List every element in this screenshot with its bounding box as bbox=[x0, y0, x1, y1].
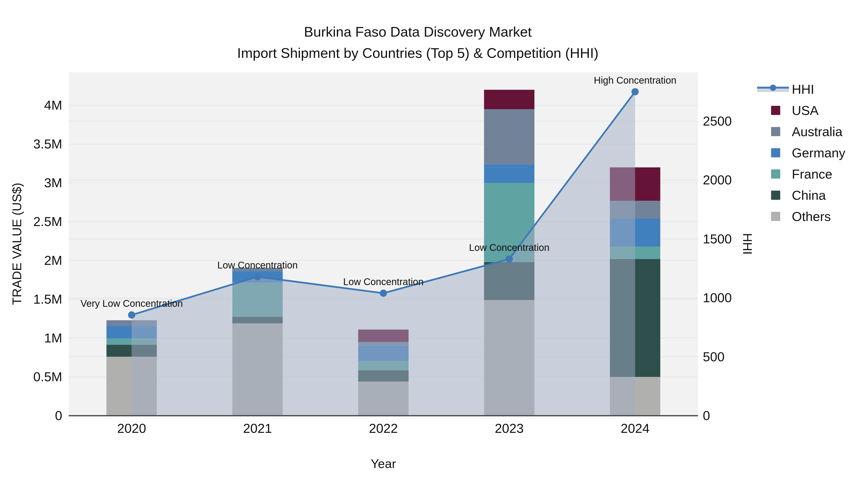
left-tick-3.5M: 3.5M bbox=[33, 137, 62, 151]
legend-item-germany[interactable]: Germany bbox=[771, 145, 845, 160]
figure: Very Low ConcentrationLow ConcentrationL… bbox=[0, 0, 868, 488]
legend-label-hhi: HHI bbox=[792, 82, 814, 96]
legend-swatch-germany bbox=[771, 148, 780, 157]
legend-label-australia: Australia bbox=[792, 124, 843, 139]
x-axis-title: Year bbox=[371, 457, 396, 470]
legend-label-china: China bbox=[792, 188, 826, 202]
left-tick-0: 0 bbox=[55, 408, 62, 423]
bar-segment-2023-germany[interactable] bbox=[484, 164, 534, 183]
legend-item-hhi[interactable]: HHI bbox=[757, 82, 814, 96]
legend-label-germany: Germany bbox=[792, 145, 845, 160]
legend-swatch-australia bbox=[771, 127, 780, 136]
right-tick-2500: 2500 bbox=[703, 114, 732, 128]
x-tick-2020: 2020 bbox=[117, 421, 146, 435]
legend-swatch-usa bbox=[771, 106, 780, 115]
legend-item-usa[interactable]: USA bbox=[771, 103, 818, 118]
annotation-2022: Low Concentration bbox=[343, 276, 424, 287]
right-tick-2000: 2000 bbox=[703, 172, 732, 187]
legend-item-france[interactable]: France bbox=[771, 167, 832, 181]
right-tick-1500: 1500 bbox=[703, 232, 732, 246]
legend-label-france: France bbox=[792, 167, 832, 181]
hhi-marker-2023[interactable] bbox=[506, 255, 513, 263]
legend-hhi-marker-icon bbox=[770, 85, 776, 91]
legend-label-others: Others bbox=[792, 209, 831, 224]
x-tick-2021: 2021 bbox=[243, 421, 272, 435]
right-tick-0: 0 bbox=[703, 408, 710, 423]
right-tick-1000: 1000 bbox=[703, 290, 732, 305]
legend-label-usa: USA bbox=[792, 103, 818, 118]
left-tick-1M: 1M bbox=[44, 331, 62, 345]
legend-swatch-china bbox=[771, 191, 780, 200]
left-tick-4M: 4M bbox=[44, 98, 62, 112]
hhi-marker-2021[interactable] bbox=[254, 273, 261, 280]
hhi-marker-2022[interactable] bbox=[380, 290, 387, 297]
x-tick-2023: 2023 bbox=[495, 421, 524, 435]
x-tick-2024: 2024 bbox=[621, 421, 650, 435]
left-axis-title: TRADE VALUE (US$) bbox=[10, 183, 24, 305]
legend-swatch-others bbox=[771, 212, 780, 221]
annotation-2021: Low Concentration bbox=[217, 260, 298, 270]
legend: HHIUSAAustraliaGermanyFranceChinaOthers bbox=[757, 82, 845, 224]
chart-canvas: Very Low ConcentrationLow ConcentrationL… bbox=[0, 0, 868, 488]
bar-segment-2023-usa[interactable] bbox=[484, 90, 534, 109]
annotation-2024: High Concentration bbox=[594, 75, 676, 86]
hhi-marker-2024[interactable] bbox=[631, 88, 639, 95]
left-tick-2.5M: 2.5M bbox=[33, 214, 62, 229]
chart-title-line1: Burkina Faso Data Discovery Market bbox=[304, 24, 532, 39]
chart-title-line2: Import Shipment by Countries (Top 5) & C… bbox=[237, 45, 599, 61]
annotation-2023: Low Concentration bbox=[469, 242, 550, 253]
right-axis-title: HHI bbox=[740, 233, 754, 255]
left-tick-3M: 3M bbox=[44, 175, 62, 190]
legend-item-australia[interactable]: Australia bbox=[771, 124, 843, 139]
legend-item-others[interactable]: Others bbox=[771, 209, 831, 224]
left-tick-1.5M: 1.5M bbox=[33, 292, 62, 306]
right-tick-500: 500 bbox=[703, 350, 724, 364]
left-tick-0.5M: 0.5M bbox=[33, 369, 62, 384]
legend-swatch-france bbox=[771, 169, 780, 178]
legend-item-china[interactable]: China bbox=[771, 188, 826, 202]
left-tick-2M: 2M bbox=[44, 253, 62, 267]
hhi-marker-2020[interactable] bbox=[128, 311, 135, 319]
annotation-2020: Very Low Concentration bbox=[81, 298, 183, 309]
bar-segment-2023-australia[interactable] bbox=[484, 109, 534, 164]
x-tick-2022: 2022 bbox=[369, 421, 398, 435]
